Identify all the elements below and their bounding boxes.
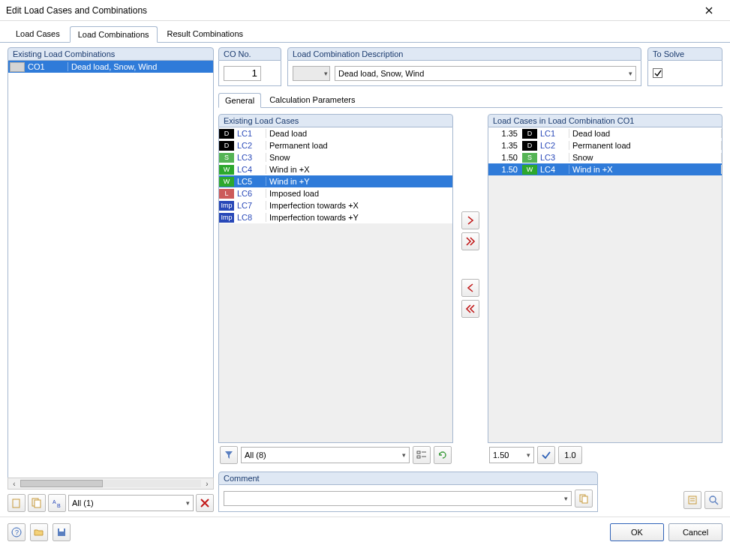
lc-filter-button[interactable] — [220, 446, 238, 464]
combos-filter-select[interactable]: All (1) ▾ — [68, 495, 194, 511]
delete-icon — [200, 498, 210, 508]
double-chevron-right-icon — [465, 236, 476, 247]
details-button[interactable] — [683, 491, 701, 509]
lc-filter-select[interactable]: All (8) ▾ — [241, 447, 410, 463]
to-solve-checkbox[interactable] — [653, 68, 662, 78]
lc-desc: Wind in +Y — [266, 177, 452, 186]
combo-lc-row[interactable]: 1.50SLC3Snow — [488, 151, 722, 163]
help-button[interactable]: ? — [8, 523, 26, 541]
lc-row[interactable]: ImpLC7Imperfection towards +X — [219, 199, 452, 211]
co-desc-input[interactable]: Dead load, Snow, Wind ▾ — [335, 66, 636, 81]
lc-id: LC4 — [236, 165, 266, 174]
svg-text:B: B — [57, 503, 61, 508]
tab-load-cases[interactable]: Load Cases — [8, 25, 68, 42]
factor-cell: 1.35 — [488, 129, 522, 138]
existing-lc-header: Existing Load Cases — [218, 114, 453, 127]
to-solve-label: To Solve — [647, 47, 722, 61]
chevron-down-icon: ▾ — [527, 451, 530, 459]
scroll-right-icon[interactable]: › — [201, 480, 213, 488]
factor-input[interactable]: 1.50 ▾ — [489, 447, 534, 463]
new-combo-button[interactable] — [8, 494, 26, 512]
lc-row[interactable]: DLC1Dead load — [219, 127, 452, 139]
lc-filter-label: All (8) — [245, 451, 266, 460]
lc-row[interactable]: SLC3Snow — [219, 151, 452, 163]
add-all-button[interactable] — [461, 232, 479, 250]
lc-row[interactable]: WLC5Wind in +Y — [219, 175, 452, 187]
sort-icon: AB — [52, 498, 62, 508]
renumber-button[interactable]: AB — [48, 494, 66, 512]
existing-lc-list[interactable]: DLC1Dead loadDLC2Permanent loadSLC3SnowW… — [218, 127, 453, 443]
preview-button[interactable] — [704, 491, 722, 509]
lc-id: LC7 — [236, 201, 266, 210]
subtab-calc-params[interactable]: Calculation Parameters — [263, 92, 362, 107]
remove-one-button[interactable] — [461, 279, 479, 297]
svg-rect-6 — [417, 456, 420, 458]
combo-lc-list[interactable]: 1.35DLC1Dead load1.35DLC2Permanent load1… — [488, 127, 722, 443]
open-button[interactable] — [30, 523, 48, 541]
cancel-button[interactable]: Cancel — [668, 523, 722, 541]
apply-factor-button[interactable] — [537, 446, 555, 464]
lc-id: LC2 — [539, 141, 569, 150]
chevron-right-icon — [465, 215, 476, 226]
combos-filter-label: All (1) — [72, 499, 94, 508]
add-one-button[interactable] — [461, 211, 479, 229]
lc-desc: Dead load — [266, 129, 452, 138]
lc-id: LC5 — [236, 177, 266, 186]
category-badge: D — [522, 141, 537, 151]
comment-pick-button[interactable] — [575, 490, 593, 508]
window-close-button[interactable] — [694, 1, 724, 19]
co-desc-value: Dead load, Snow, Wind — [338, 69, 424, 78]
comment-input[interactable]: ▾ — [224, 491, 572, 506]
lc-desc: Snow — [266, 153, 452, 162]
scroll-left-icon[interactable]: ‹ — [8, 480, 20, 488]
close-icon — [705, 7, 713, 14]
svg-rect-14 — [59, 529, 64, 532]
save-icon — [56, 527, 67, 538]
lc-row[interactable]: WLC4Wind in +X — [219, 163, 452, 175]
svg-rect-8 — [582, 496, 587, 503]
save-button[interactable] — [53, 523, 71, 541]
combos-hscrollbar[interactable]: ‹ › — [8, 478, 214, 490]
combo-tag-icon — [10, 62, 25, 72]
remove-all-button[interactable] — [461, 300, 479, 318]
category-badge: D — [219, 129, 234, 139]
factor-value: 1.50 — [493, 451, 509, 460]
copy-combo-button[interactable] — [28, 494, 46, 512]
ok-button[interactable]: OK — [610, 523, 664, 541]
lc-select-checked-button[interactable] — [413, 446, 431, 464]
category-badge: W — [219, 165, 234, 175]
lc-row[interactable]: LLC6Imposed load — [219, 187, 452, 199]
lc-desc: Imperfection towards +X — [266, 201, 452, 210]
combo-lc-row[interactable]: 1.35DLC1Dead load — [488, 127, 722, 139]
lc-row[interactable]: ImpLC8Imperfection towards +Y — [219, 211, 452, 223]
co-no-input[interactable] — [224, 66, 261, 81]
window-title: Edit Load Cases and Combinations — [6, 5, 694, 16]
combo-lc-row[interactable]: 1.35DLC2Permanent load — [488, 139, 722, 151]
category-badge: S — [219, 153, 234, 163]
combo-desc: Dead load, Snow, Wind — [68, 62, 213, 71]
combo-lc-row[interactable]: 1.50WLC4Wind in +X — [488, 163, 722, 175]
lc-id: LC3 — [236, 153, 266, 162]
svg-point-10 — [710, 496, 716, 502]
lc-desc: Imposed load — [266, 189, 452, 198]
lc-desc: Imperfection towards +Y — [266, 213, 452, 222]
double-chevron-left-icon — [465, 304, 476, 314]
subtab-general[interactable]: General — [218, 93, 261, 108]
lc-desc: Dead load — [569, 129, 722, 138]
factor-cell: 1.50 — [488, 153, 522, 162]
filter-icon — [224, 450, 234, 460]
lc-row[interactable]: DLC2Permanent load — [219, 139, 452, 151]
reset-factor-button[interactable]: 1.0 — [558, 446, 582, 464]
co-category-select[interactable]: ▾ — [293, 66, 330, 81]
delete-combo-button[interactable] — [196, 494, 214, 512]
tab-load-combinations[interactable]: Load Combinations — [70, 26, 158, 43]
category-badge: D — [219, 141, 234, 151]
category-badge: D — [522, 129, 537, 139]
existing-combos-list[interactable]: CO1 Dead load, Snow, Wind — [8, 61, 214, 478]
lc-refresh-button[interactable] — [434, 446, 452, 464]
new-icon — [11, 498, 22, 508]
category-badge: Imp — [219, 213, 234, 223]
category-badge: W — [522, 165, 537, 175]
tab-result-combinations[interactable]: Result Combinations — [159, 25, 252, 42]
combo-row[interactable]: CO1 Dead load, Snow, Wind — [8, 61, 213, 73]
